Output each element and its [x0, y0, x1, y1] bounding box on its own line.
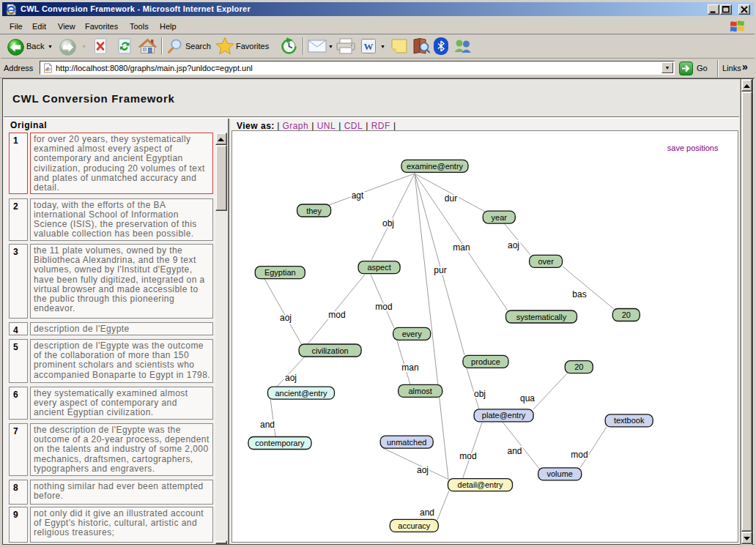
svg-text:e: e	[46, 64, 50, 72]
svg-text:mod: mod	[571, 450, 588, 460]
svg-text:obj: obj	[473, 389, 485, 399]
svg-text:and: and	[419, 507, 434, 518]
svg-text:aoj: aoj	[507, 240, 519, 250]
svg-text:accuracy: accuracy	[398, 521, 431, 530]
svg-text:over: over	[538, 257, 554, 266]
svg-text:systematically: systematically	[516, 313, 566, 321]
svg-text:volume: volume	[546, 469, 572, 478]
svg-text:detail@entry: detail@entry	[457, 480, 503, 489]
svg-text:aspect: aspect	[367, 263, 390, 272]
svg-text:civilization: civilization	[311, 346, 348, 355]
svg-text:mod: mod	[328, 310, 345, 320]
svg-text:man: man	[453, 242, 470, 253]
svg-text:textbook: textbook	[613, 416, 644, 425]
svg-text:mod: mod	[375, 302, 392, 312]
svg-text:obj: obj	[382, 218, 393, 228]
svg-text:year: year	[491, 213, 507, 222]
svg-text:they: they	[306, 206, 322, 215]
svg-text:aoj: aoj	[279, 313, 291, 323]
svg-text:examine@entry: examine@entry	[406, 162, 463, 171]
svg-text:contemporary: contemporary	[255, 439, 305, 447]
svg-text:20: 20	[574, 362, 583, 371]
svg-text:every: every	[401, 330, 421, 338]
svg-text:dur: dur	[444, 193, 456, 204]
svg-text:plate@entry: plate@entry	[481, 411, 525, 420]
svg-text:produce: produce	[471, 357, 500, 366]
svg-text:almost: almost	[408, 387, 431, 395]
svg-text:aoj: aoj	[284, 373, 296, 383]
svg-text:W: W	[364, 41, 374, 52]
svg-text:qua: qua	[519, 393, 534, 403]
svg-text:and: and	[507, 446, 522, 456]
svg-text:20: 20	[621, 310, 630, 319]
svg-text:Egyptian: Egyptian	[264, 268, 295, 277]
svg-text:mod: mod	[459, 451, 476, 461]
svg-text:and: and	[259, 420, 274, 430]
svg-text:man: man	[401, 362, 418, 373]
svg-text:agt: agt	[351, 190, 363, 201]
svg-text:bas: bas	[572, 289, 586, 299]
svg-text:pur: pur	[434, 265, 446, 275]
svg-text:ancient@entry: ancient@entry	[275, 389, 327, 398]
svg-text:unmatched: unmatched	[386, 438, 426, 447]
svg-text:aoj: aoj	[416, 465, 428, 475]
